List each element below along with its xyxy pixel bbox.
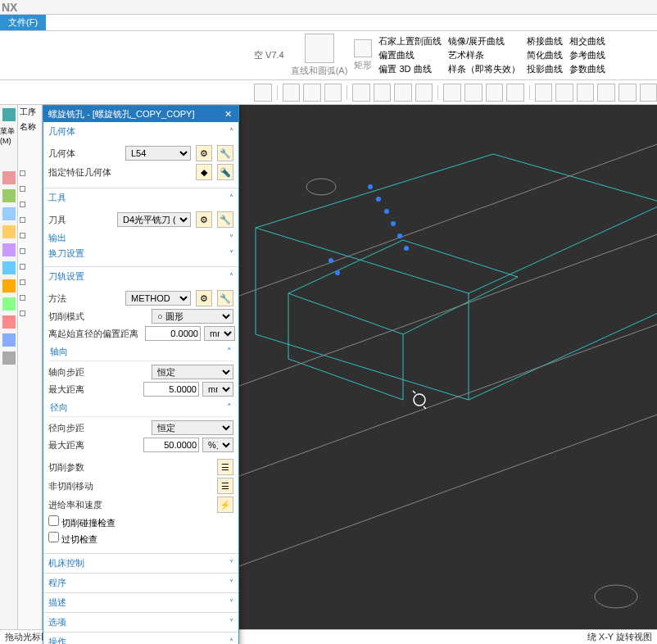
tb-icon[interactable]	[486, 84, 504, 102]
leftbar-icon[interactable]	[2, 351, 16, 365]
tool-select[interactable]: D4光平铣刀 (铣刀	[117, 212, 191, 227]
cutmode-label: 切削模式	[48, 311, 84, 323]
collision-checkbox[interactable]	[48, 515, 59, 526]
leftbar-icon[interactable]	[2, 225, 16, 238]
offset-input[interactable]	[145, 326, 201, 341]
overcut-check[interactable]: 过切检查	[48, 532, 97, 546]
tree-node[interactable]	[20, 170, 25, 176]
leftbar-icon[interactable]	[2, 189, 16, 202]
sub-axial[interactable]: 轴向˄	[48, 343, 233, 361]
tb-icon[interactable]	[555, 84, 573, 102]
radial-maxdist-unit[interactable]: %刀具	[202, 438, 233, 452]
radial-maxdist-input[interactable]	[143, 438, 199, 452]
radial-step-label: 径向步距	[48, 422, 84, 434]
leftbar-icon[interactable]	[2, 243, 16, 256]
leftbar-icon[interactable]	[2, 171, 16, 184]
geometry-select[interactable]: L54	[125, 146, 191, 161]
collision-check[interactable]: 切削碰撞检查	[48, 515, 116, 529]
tree-node[interactable]	[20, 311, 25, 316]
section-geometry[interactable]: 几何体˄	[43, 122, 238, 141]
method-select[interactable]: METHOD	[125, 291, 191, 306]
tb-icon[interactable]	[324, 84, 342, 102]
section-describe[interactable]: 描述˅	[43, 592, 238, 612]
tree-node[interactable]	[20, 248, 25, 254]
ribbon-link-1c[interactable]: 偏置 3D 曲线	[378, 63, 442, 75]
chevron-up-icon: ˄	[229, 193, 233, 202]
tree-node[interactable]	[20, 202, 25, 207]
feed-speed-button[interactable]: ⚡	[217, 497, 233, 513]
ribbon-link-2c[interactable]: 样条（即将失效）	[448, 63, 520, 75]
section-option[interactable]: 选项˅	[43, 612, 238, 632]
method-btn-2[interactable]: 🔧	[217, 290, 233, 306]
leftbar-icon[interactable]	[2, 333, 16, 347]
spec-geom-btn-1[interactable]: ◆	[196, 164, 212, 180]
ribbon-link-2b[interactable]: 艺术样条	[448, 49, 520, 61]
left-menu-btn[interactable]: 菜单(M)	[0, 126, 17, 145]
section-change-tool[interactable]: 换刀设置˅	[48, 246, 233, 261]
ribbon-link-3a[interactable]: 桥接曲线	[527, 35, 563, 48]
tree-node[interactable]	[20, 295, 25, 301]
leftbar-icon[interactable]	[2, 279, 16, 293]
ribbon-link-4b[interactable]: 参考曲线	[569, 49, 605, 61]
leftbar-icon[interactable]	[2, 315, 16, 329]
tool-btn-2[interactable]: 🔧	[217, 211, 233, 228]
tree-node[interactable]	[20, 217, 25, 223]
geom-btn-2[interactable]: 🔧	[217, 145, 233, 161]
tree-node[interactable]	[20, 279, 25, 285]
tb-icon[interactable]	[303, 84, 321, 102]
noncut-move-button[interactable]: ☰	[217, 478, 233, 494]
tb-icon[interactable]	[394, 84, 412, 102]
tb-icon[interactable]	[254, 84, 272, 102]
section-tool[interactable]: 工具˄	[43, 188, 238, 207]
offset-unit[interactable]: mm	[204, 326, 235, 341]
tb-icon[interactable]	[283, 84, 301, 102]
method-btn-1[interactable]: ⚙	[196, 290, 212, 306]
leftbar-icon[interactable]	[2, 297, 16, 311]
tb-icon[interactable]	[618, 84, 637, 102]
radial-step-select[interactable]: 恒定	[152, 420, 233, 435]
tb-icon[interactable]	[535, 84, 553, 102]
ribbon-link-2a[interactable]: 镜像/展开曲线	[448, 35, 520, 48]
ribbon-link-1a[interactable]: 石家上置剖面线	[378, 35, 442, 48]
ribbon-link-4c[interactable]: 参数曲线	[569, 63, 605, 75]
file-menu[interactable]: 文件(F)	[0, 15, 46, 30]
tool-btn-1[interactable]: ⚙	[196, 211, 212, 228]
tb-icon[interactable]	[374, 84, 392, 102]
tb-icon[interactable]	[640, 84, 658, 102]
tb-icon[interactable]	[597, 84, 615, 102]
tb-icon[interactable]	[506, 84, 524, 102]
dialog-title[interactable]: 螺旋铣孔 - [螺旋铣孔_COPY_COPY] ✕	[43, 106, 238, 122]
ribbon-link-3c[interactable]: 投影曲线	[527, 63, 563, 75]
axial-maxdist-unit[interactable]: mm	[202, 382, 233, 397]
ribbon-link-3b[interactable]: 简化曲线	[527, 49, 563, 61]
close-icon[interactable]: ✕	[222, 108, 233, 120]
ribbon-link-1b[interactable]: 偏置曲线	[378, 49, 442, 61]
tree-node[interactable]	[20, 233, 25, 238]
section-machine[interactable]: 机床控制˅	[43, 553, 238, 573]
tree-node[interactable]	[20, 186, 25, 192]
spec-geom-btn-2[interactable]: 🔦	[217, 164, 233, 180]
tb-icon[interactable]	[352, 84, 370, 102]
section-output[interactable]: 输出˅	[48, 230, 233, 246]
tb-icon[interactable]	[464, 84, 483, 102]
leftbar-icon[interactable]	[2, 261, 16, 274]
tb-icon[interactable]	[443, 84, 461, 102]
ribbon-rect[interactable]: 矩形	[354, 39, 372, 71]
tree-node[interactable]	[20, 264, 25, 270]
cutmode-select[interactable]: ○ 圆形	[152, 309, 233, 324]
tb-icon[interactable]	[577, 84, 595, 102]
ribbon-rect-ring[interactable]: 直线和圆弧(A)	[291, 34, 348, 77]
section-toolpath[interactable]: 刀轨设置˄	[43, 266, 238, 286]
leftbar-icon[interactable]	[2, 108, 16, 121]
leftbar-icon[interactable]	[2, 207, 16, 220]
section-program[interactable]: 程序˅	[43, 573, 238, 592]
geom-btn-1[interactable]: ⚙	[196, 145, 212, 161]
axial-maxdist-input[interactable]	[143, 382, 199, 397]
overcut-checkbox[interactable]	[48, 532, 59, 542]
tb-icon[interactable]	[415, 84, 433, 102]
section-operate[interactable]: 操作˄	[43, 632, 238, 644]
axial-step-select[interactable]: 恒定	[152, 365, 233, 379]
ribbon-link-4a[interactable]: 相交曲线	[569, 35, 605, 48]
sub-radial[interactable]: 径向˄	[48, 399, 233, 417]
cut-params-button[interactable]: ☰	[217, 459, 233, 475]
